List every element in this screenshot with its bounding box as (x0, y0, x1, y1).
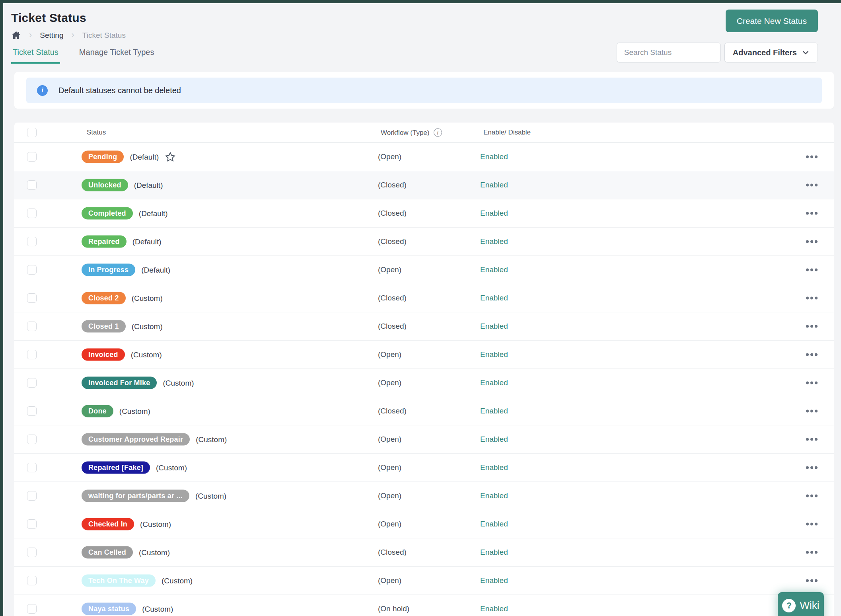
row-actions-icon[interactable] (805, 210, 818, 217)
row-actions-icon[interactable] (805, 153, 818, 161)
enable-toggle[interactable]: Enabled (480, 576, 508, 585)
table-row: Tech On The Way (Custom) (Open) Enabled (14, 567, 834, 595)
enable-toggle[interactable]: Enabled (480, 152, 508, 161)
row-actions-icon[interactable] (805, 549, 818, 556)
status-type: (Default) (139, 209, 168, 218)
table-row: Completed (Default) (Closed) Enabled (14, 199, 834, 228)
row-actions-icon[interactable] (805, 436, 818, 443)
row-checkbox[interactable] (27, 350, 37, 359)
status-cell: Done (Custom) (82, 405, 150, 417)
wiki-button[interactable]: ? Wiki (778, 592, 824, 616)
enable-toggle[interactable]: Enabled (480, 491, 508, 500)
row-actions-icon[interactable] (805, 181, 818, 189)
status-type: (Custom) (163, 378, 194, 387)
enable-toggle[interactable]: Enabled (480, 322, 508, 331)
enable-toggle[interactable]: Enabled (480, 463, 508, 472)
status-badge: Done (82, 405, 113, 417)
star-icon[interactable] (165, 151, 176, 162)
row-actions-icon[interactable] (805, 577, 818, 585)
workflow-cell: (Closed) (378, 209, 407, 218)
advanced-filters-button[interactable]: Advanced Filters (724, 43, 818, 62)
search-input[interactable] (617, 43, 721, 62)
row-actions-icon[interactable] (805, 238, 818, 246)
status-type: (Custom) (195, 491, 226, 500)
row-checkbox[interactable] (27, 548, 37, 557)
status-type: (Custom) (139, 548, 170, 557)
row-checkbox[interactable] (27, 293, 37, 303)
row-actions-icon[interactable] (805, 407, 818, 415)
breadcrumb-setting[interactable]: Setting (40, 31, 63, 40)
advanced-filters-label: Advanced Filters (733, 48, 797, 57)
enable-toggle[interactable]: Enabled (480, 181, 508, 189)
row-checkbox[interactable] (27, 209, 37, 218)
status-badge: Invoiced (82, 349, 125, 361)
enable-toggle[interactable]: Enabled (480, 350, 508, 359)
status-badge: Unlocked (82, 179, 128, 191)
enable-toggle[interactable]: Enabled (480, 604, 508, 613)
row-checkbox[interactable] (27, 463, 37, 472)
row-checkbox[interactable] (27, 265, 37, 275)
status-badge: Customer Approved Repair (82, 433, 190, 446)
row-actions-icon[interactable] (805, 351, 818, 359)
row-checkbox[interactable] (27, 604, 37, 614)
breadcrumb: › Setting › Ticket Status (11, 30, 126, 40)
workflow-cell: (Closed) (378, 181, 407, 189)
table-row: Pending (Default) (Open) Enabled (14, 143, 834, 171)
row-checkbox[interactable] (27, 237, 37, 246)
enable-toggle[interactable]: Enabled (480, 237, 508, 246)
row-checkbox[interactable] (27, 519, 37, 529)
enable-toggle[interactable]: Enabled (480, 378, 508, 387)
row-actions-icon[interactable] (805, 379, 818, 387)
create-new-status-button[interactable]: Create New Status (726, 10, 818, 32)
status-cell: Naya status (Custom) (82, 603, 173, 615)
enable-toggle[interactable]: Enabled (480, 407, 508, 415)
row-checkbox[interactable] (27, 576, 37, 585)
tab-ticket-status[interactable]: Ticket Status (11, 45, 60, 64)
workflow-info-icon[interactable]: i (434, 129, 442, 137)
status-badge: Repaired (82, 236, 127, 248)
row-checkbox[interactable] (27, 406, 37, 416)
row-actions-icon[interactable] (805, 323, 818, 330)
row-checkbox[interactable] (27, 322, 37, 331)
status-badge: In Progress (82, 264, 135, 276)
status-type: (Custom) (131, 350, 162, 359)
status-badge: Closed 2 (82, 292, 126, 304)
row-actions-icon[interactable] (805, 266, 818, 274)
row-actions-icon[interactable] (805, 464, 818, 472)
row-checkbox[interactable] (27, 180, 37, 190)
row-actions-icon[interactable] (805, 492, 818, 500)
select-all-checkbox[interactable] (27, 128, 37, 137)
table-row: Checked In (Custom) (Open) Enabled (14, 510, 834, 538)
row-checkbox[interactable] (27, 435, 37, 444)
enable-toggle[interactable]: Enabled (480, 435, 508, 444)
enable-toggle[interactable]: Enabled (480, 209, 508, 218)
status-badge: waiting for parts/parts ar ... (82, 490, 189, 502)
enable-toggle[interactable]: Enabled (480, 520, 508, 528)
breadcrumb-current: Ticket Status (82, 31, 126, 40)
workflow-cell: (Closed) (378, 548, 407, 557)
enable-toggle[interactable]: Enabled (480, 265, 508, 274)
enable-toggle[interactable]: Enabled (480, 548, 508, 557)
row-actions-icon[interactable] (805, 294, 818, 302)
page-header-left: Ticket Status › Setting › Ticket Status (11, 10, 126, 40)
status-type: (Default) (134, 181, 163, 189)
status-badge: Can Celled (82, 546, 133, 559)
workflow-cell: (Open) (378, 435, 401, 444)
row-checkbox[interactable] (27, 152, 37, 162)
chevron-down-icon (802, 49, 810, 57)
row-checkbox[interactable] (27, 491, 37, 501)
status-cell: Completed (Default) (82, 207, 168, 220)
status-badge: Tech On The Way (82, 575, 156, 587)
home-icon[interactable] (11, 30, 21, 40)
table-row: In Progress (Default) (Open) Enabled (14, 256, 834, 284)
column-header-status: Status (87, 129, 106, 136)
tab-manage-ticket-types[interactable]: Manage Ticket Types (78, 45, 156, 64)
table-row: Invoiced (Custom) (Open) Enabled (14, 341, 834, 369)
tabs: Ticket Status Manage Ticket Types (11, 45, 156, 64)
row-checkbox[interactable] (27, 378, 37, 388)
banner-text: Default statuses cannot be deleted (58, 86, 181, 95)
wiki-label: Wiki (800, 599, 819, 612)
enable-toggle[interactable]: Enabled (480, 294, 508, 302)
row-actions-icon[interactable] (805, 520, 818, 528)
table-row: Naya status (Custom) (On hold) Enabled (14, 595, 834, 616)
